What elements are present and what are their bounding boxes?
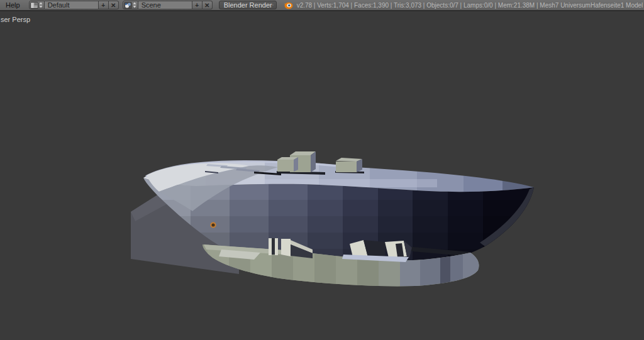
screen-layout-name-field[interactable]: Default [45,1,99,9]
updown-arrows-icon [132,1,137,9]
scene-dropdown[interactable] [123,1,138,9]
model-universum-building[interactable] [0,11,644,340]
scene-stats: v2.78 | Verts:1,704 | Faces:1,390 | Tris… [297,2,643,9]
delete-scene-button[interactable]: ✕ [203,1,213,9]
menu-help[interactable]: Help [6,1,20,9]
updown-arrows-icon [38,1,43,9]
render-engine-value: Blender Render [224,1,272,9]
object-origin-marker[interactable] [211,222,215,227]
scene-selector: Scene + ✕ [123,1,213,9]
viewport-3d[interactable]: ser Persp [0,11,644,340]
screen-layout-dropdown[interactable] [29,1,45,9]
delete-screen-layout-button[interactable]: ✕ [109,1,119,9]
add-screen-layout-button[interactable]: + [99,1,109,9]
updown-arrows-icon [272,1,274,9]
screen-layout-selector: Default + ✕ [29,1,119,9]
blender-logo-icon [284,1,293,9]
render-engine-select[interactable]: Blender Render [219,1,277,9]
add-scene-button[interactable]: + [192,1,203,9]
scene-name-field[interactable]: Scene [138,1,192,9]
screen-layout-icon [30,2,38,9]
info-header: Help Default + ✕ [0,0,644,11]
scene-icon [124,2,132,9]
